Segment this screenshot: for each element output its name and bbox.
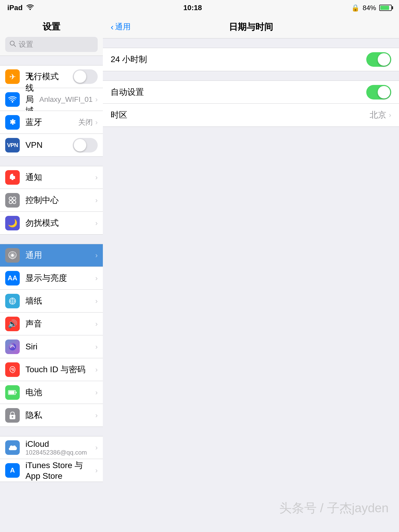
status-right: 🔒 84% <box>351 4 392 12</box>
search-bar[interactable]: 设置 <box>5 37 98 52</box>
search-placeholder: 设置 <box>19 39 33 49</box>
sidebar-item-dnd[interactable]: 🌙 勿扰模式 › <box>0 212 103 235</box>
battery-settings-icon <box>5 385 20 400</box>
touchid-chevron-icon: › <box>95 365 98 374</box>
sidebar-item-vpn[interactable]: VPN VPN <box>0 134 103 157</box>
right-panel: ‹ 通用 日期与时间 24 小时制 自动设置 <box>103 16 399 532</box>
icloud-label: iCloud <box>25 439 95 449</box>
wifi-settings-icon <box>5 92 20 107</box>
dnd-chevron-icon: › <box>95 219 98 227</box>
bluetooth-label: 蓝牙 <box>25 117 78 128</box>
general-chevron-icon: › <box>95 251 98 260</box>
bluetooth-chevron-icon: › <box>95 118 98 127</box>
group-spacer-1 <box>0 56 103 65</box>
battery-chevron-icon: › <box>95 388 98 397</box>
privacy-chevron-icon: › <box>95 411 98 420</box>
touchid-label: Touch ID 与密码 <box>25 364 95 375</box>
privacy-label: 隐私 <box>25 410 95 421</box>
display-chevron-icon: › <box>95 274 98 282</box>
svg-point-11 <box>11 254 14 257</box>
dnd-icon: 🌙 <box>5 216 20 230</box>
orientation-lock-icon: 🔒 <box>351 4 360 12</box>
sidebar-item-airplane[interactable]: ✈ 飞行模式 <box>0 65 103 88</box>
itunes-chevron-icon: › <box>95 466 98 475</box>
datetime-card: 自动设置 时区 北京 › <box>103 81 399 127</box>
sidebar-item-notifications[interactable]: 通知 › <box>0 166 103 189</box>
general-group: 通用 › AA 显示与亮度 › <box>0 244 103 427</box>
search-icon <box>9 40 16 49</box>
siri-label: Siri <box>25 342 95 351</box>
status-left: iPad <box>7 4 34 12</box>
svg-rect-16 <box>16 392 17 393</box>
sidebar-item-privacy[interactable]: 隐私 › <box>0 404 103 427</box>
svg-rect-4 <box>11 179 14 180</box>
sidebar-item-general[interactable]: 通用 › <box>0 244 103 267</box>
group-spacer-3 <box>0 235 103 244</box>
svg-point-7 <box>13 197 16 200</box>
sidebar-item-siri[interactable]: Siri › <box>0 335 103 358</box>
wifi-value: Anlaxy_WIFI_01 <box>39 95 92 104</box>
back-button[interactable]: ‹ 通用 <box>111 22 131 32</box>
24hour-toggle[interactable] <box>366 52 391 67</box>
sounds-chevron-icon: › <box>95 320 98 328</box>
group-spacer-4 <box>0 427 103 436</box>
svg-point-14 <box>12 369 13 370</box>
bluetooth-value: 关闭 <box>78 117 93 127</box>
notifications-label: 通知 <box>25 172 95 183</box>
vpn-label: VPN <box>25 140 73 150</box>
ipad-label: iPad <box>7 4 23 12</box>
wallpaper-icon <box>5 294 20 308</box>
group-spacer-2 <box>0 157 103 166</box>
siri-chevron-icon: › <box>95 343 98 351</box>
notifications-icon <box>5 170 20 185</box>
sidebar-item-wallpaper[interactable]: 墙纸 › <box>0 290 103 312</box>
svg-point-18 <box>12 416 13 418</box>
accounts-group: iCloud 1028452386@qq.com › A iTunes Stor… <box>0 436 103 482</box>
sidebar-item-touchid[interactable]: Touch ID 与密码 › <box>0 358 103 381</box>
status-bar: iPad 10:18 🔒 84% <box>0 0 399 16</box>
sidebar-item-icloud[interactable]: iCloud 1028452386@qq.com › <box>0 436 103 459</box>
wallpaper-label: 墙纸 <box>25 295 95 307</box>
timezone-chevron-icon: › <box>389 111 391 119</box>
vpn-icon: VPN <box>5 138 20 152</box>
general-label: 通用 <box>25 250 95 261</box>
bluetooth-icon: ✱ <box>5 115 20 130</box>
sidebar-item-wifi[interactable]: 无线局域网 Anlaxy_WIFI_01 › <box>0 88 103 111</box>
vpn-toggle[interactable] <box>73 138 98 152</box>
timezone-value: 北京 <box>370 109 386 121</box>
svg-rect-17 <box>9 391 15 394</box>
back-label: 通用 <box>115 22 131 32</box>
siri-icon <box>5 340 20 354</box>
wallpaper-chevron-icon: › <box>95 297 98 305</box>
autoset-toggle[interactable] <box>366 85 391 99</box>
sidebar-item-itunes[interactable]: A iTunes Store 与 App Store › <box>0 459 103 482</box>
sidebar-item-control[interactable]: 控制中心 › <box>0 189 103 212</box>
timezone-item[interactable]: 时区 北京 › <box>103 104 399 127</box>
right-content: 24 小时制 自动设置 时区 北京 › <box>103 38 399 532</box>
privacy-icon <box>5 408 20 423</box>
group-spacer-bottom <box>0 482 103 491</box>
24hour-item[interactable]: 24 小时制 <box>103 48 399 71</box>
control-label: 控制中心 <box>25 195 95 206</box>
connectivity-group: ✈ 飞行模式 无线局域网 <box>0 65 103 157</box>
autoset-item[interactable]: 自动设置 <box>103 81 399 104</box>
svg-point-8 <box>9 201 12 204</box>
svg-point-13 <box>9 343 16 350</box>
battery-label: 电池 <box>25 387 95 398</box>
control-chevron-icon: › <box>95 196 98 204</box>
sidebar-header: 设置 设置 <box>0 16 103 56</box>
svg-point-3 <box>12 101 13 103</box>
sidebar-item-display[interactable]: AA 显示与亮度 › <box>0 267 103 290</box>
wifi-icon <box>26 4 34 12</box>
battery-icon <box>379 5 392 11</box>
sidebar-item-battery[interactable]: 电池 › <box>0 381 103 404</box>
icloud-icon <box>5 440 20 455</box>
sounds-icon: 🔊 <box>5 317 20 331</box>
itunes-label: iTunes Store 与 App Store <box>25 460 95 481</box>
timezone-label: 时区 <box>111 109 370 121</box>
sidebar-item-sounds[interactable]: 🔊 声音 › <box>0 312 103 335</box>
right-header: ‹ 通用 日期与时间 <box>103 16 399 38</box>
airplane-toggle[interactable] <box>73 69 98 84</box>
touchid-icon <box>5 362 20 377</box>
sidebar-item-bluetooth[interactable]: ✱ 蓝牙 关闭 › <box>0 111 103 134</box>
